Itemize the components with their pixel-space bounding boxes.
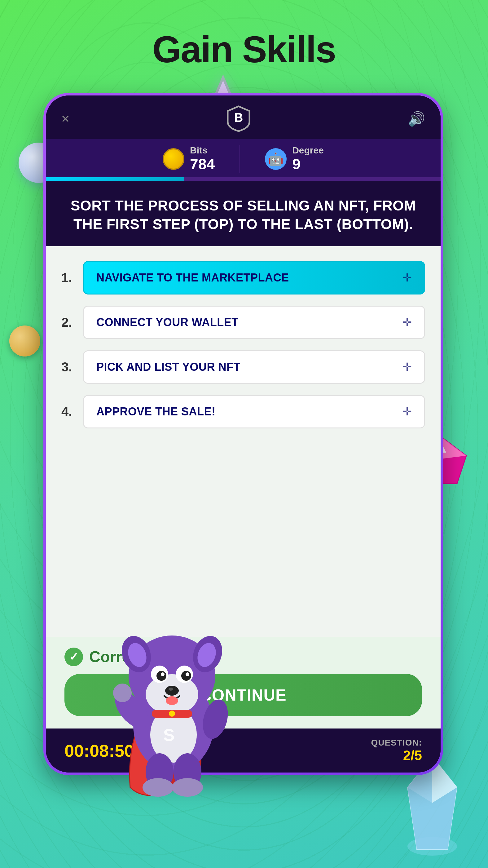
progress-fill [46, 177, 184, 181]
bits-coin-icon [163, 148, 184, 170]
stats-bar: Bits 784 Degree 9 [46, 139, 441, 173]
svg-point-36 [169, 711, 175, 717]
deco-sphere-gold [9, 326, 40, 356]
mascot-container: S [80, 608, 266, 825]
degree-stat: Degree 9 [239, 145, 349, 173]
svg-point-27 [166, 696, 178, 705]
drag-icon-3: ✛ [402, 361, 412, 374]
drag-icon-2: ✛ [402, 316, 412, 329]
question-text: SORT THE PROCESS OF SELLING AN NFT, FROM… [64, 196, 422, 234]
bits-info: Bits 784 [190, 145, 215, 173]
svg-point-33 [142, 778, 173, 797]
svg-point-23 [161, 672, 165, 676]
answer-button-1[interactable]: NAVIGATE TO THE MARKETPLACE ✛ [83, 261, 425, 294]
answer-text-4: APPROVE THE SALE! [96, 405, 216, 418]
answer-text-3: PICK AND LIST YOUR NFT [96, 361, 240, 374]
answer-button-2[interactable]: CONNECT YOUR WALLET ✛ [83, 306, 425, 339]
answer-button-3[interactable]: PICK AND LIST YOUR NFT ✛ [83, 350, 425, 384]
answer-text-1: NAVIGATE TO THE MARKETPLACE [96, 271, 289, 284]
svg-text:B: B [234, 111, 243, 124]
answer-text-2: CONNECT YOUR WALLET [96, 316, 238, 329]
answer-button-4[interactable]: APPROVE THE SALE! ✛ [83, 395, 425, 428]
svg-text:S: S [163, 725, 175, 745]
svg-point-29 [113, 684, 132, 702]
svg-point-21 [157, 671, 166, 681]
correct-check-icon [64, 648, 83, 666]
page-title: Gain Skills [0, 28, 488, 71]
answer-row-3: 3. PICK AND LIST YOUR NFT ✛ [61, 345, 425, 390]
answer-row-4: 4. APPROVE THE SALE! ✛ [61, 390, 425, 434]
svg-point-25 [165, 686, 179, 695]
svg-point-34 [172, 778, 203, 797]
degree-label: Degree [292, 145, 324, 156]
sound-icon[interactable]: 🔊 [408, 111, 425, 127]
progress-container [46, 173, 441, 181]
app-logo: B [225, 105, 253, 133]
question-area: SORT THE PROCESS OF SELLING AN NFT, FROM… [46, 181, 441, 246]
degree-info: Degree 9 [292, 145, 324, 173]
question-num: 2/5 [371, 748, 422, 763]
close-button[interactable]: × [61, 111, 69, 127]
degree-value: 9 [292, 156, 324, 173]
answer-number-3: 3. [61, 360, 77, 374]
svg-point-22 [181, 671, 191, 681]
svg-marker-1 [442, 437, 466, 459]
bits-value: 784 [190, 156, 215, 173]
answer-number-4: 4. [61, 404, 77, 419]
question-label: QUESTION: [371, 738, 422, 748]
answers-area: 1. NAVIGATE TO THE MARKETPLACE ✛ 2. CONN… [46, 246, 441, 637]
progress-track [46, 177, 441, 181]
top-bar: × B 🔊 [46, 95, 441, 139]
svg-point-26 [168, 688, 173, 691]
answer-number-2: 2. [61, 315, 77, 330]
svg-point-24 [186, 672, 189, 676]
answer-number-1: 1. [61, 270, 77, 285]
answer-row-1: 1. NAVIGATE TO THE MARKETPLACE ✛ [61, 255, 425, 300]
answer-row-2: 2. CONNECT YOUR WALLET ✛ [61, 300, 425, 345]
drag-icon-1: ✛ [402, 271, 412, 284]
drag-icon-4: ✛ [402, 405, 412, 418]
degree-avatar [265, 148, 287, 170]
bits-label: Bits [190, 145, 215, 156]
question-counter: QUESTION: 2/5 [371, 738, 422, 763]
bits-stat: Bits 784 [138, 145, 239, 173]
